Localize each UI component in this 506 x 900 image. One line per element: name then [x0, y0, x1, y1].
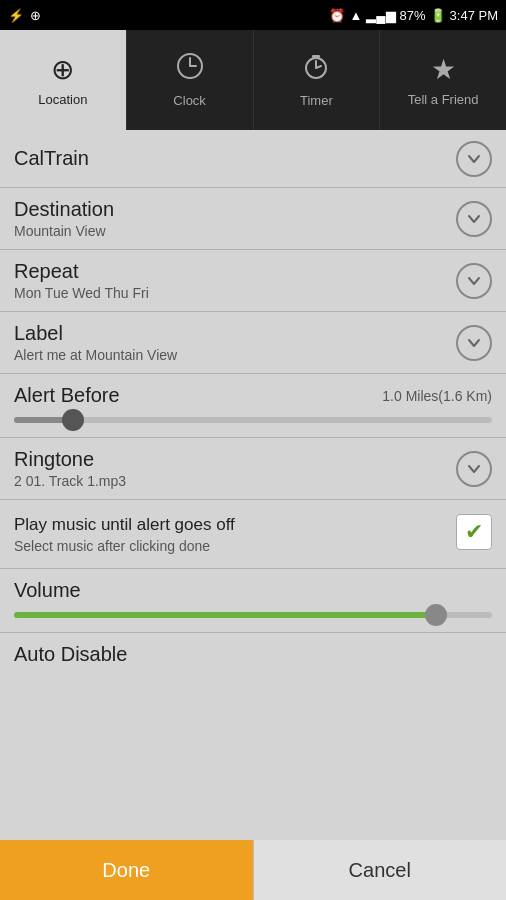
repeat-row[interactable]: Repeat Mon Tue Wed Thu Fri — [0, 250, 506, 312]
label-title: Label — [14, 322, 456, 345]
alert-before-title: Alert Before — [14, 384, 120, 407]
checkmark-icon: ✔ — [465, 519, 483, 545]
alert-before-value: 1.0 Miles(1.6 Km) — [382, 388, 492, 404]
auto-disable-row[interactable]: Auto Disable — [0, 633, 506, 676]
battery-percent: 87% — [400, 8, 426, 23]
repeat-title: Repeat — [14, 260, 456, 283]
ringtone-subtitle: 2 01. Track 1.mp3 — [14, 473, 456, 489]
ringtone-dropdown[interactable] — [456, 451, 492, 487]
status-left-icons: ⚡ ⊕ — [8, 8, 41, 23]
destination-content: Destination Mountain View — [14, 198, 456, 239]
done-button[interactable]: Done — [0, 840, 253, 900]
repeat-subtitle: Mon Tue Wed Thu Fri — [14, 285, 456, 301]
clock-tab-icon — [176, 52, 204, 87]
cancel-button[interactable]: Cancel — [253, 840, 507, 900]
alert-before-header: Alert Before 1.0 Miles(1.6 Km) — [14, 384, 492, 407]
volume-slider[interactable] — [14, 612, 492, 618]
alert-before-slider-thumb[interactable] — [62, 409, 84, 431]
battery-icon: 🔋 — [430, 8, 446, 23]
tab-location-label: Location — [38, 92, 87, 107]
play-music-content: Play music until alert goes off Select m… — [14, 514, 456, 554]
status-bar: ⚡ ⊕ ⏰ ▲ ▂▄▆ 87% 🔋 3:47 PM — [0, 0, 506, 30]
tab-tell-a-friend[interactable]: ★ Tell a Friend — [380, 30, 506, 130]
alert-before-slider[interactable] — [14, 417, 492, 423]
tab-timer[interactable]: Timer — [254, 30, 381, 130]
volume-row: Volume — [0, 569, 506, 633]
signal-bars: ▂▄▆ — [366, 8, 395, 23]
label-row[interactable]: Label Alert me at Mountain View — [0, 312, 506, 374]
tab-location[interactable]: ⊕ Location — [0, 30, 127, 130]
play-music-subtitle: Select music after clicking done — [14, 538, 456, 554]
source-dropdown[interactable] — [456, 141, 492, 177]
timer-tab-icon — [302, 52, 330, 87]
svg-rect-4 — [312, 55, 320, 58]
label-dropdown[interactable] — [456, 325, 492, 361]
destination-subtitle: Mountain View — [14, 223, 456, 239]
tab-clock-label: Clock — [173, 93, 206, 108]
alert-before-row: Alert Before 1.0 Miles(1.6 Km) — [0, 374, 506, 438]
repeat-content: Repeat Mon Tue Wed Thu Fri — [14, 260, 456, 301]
time-display: 3:47 PM — [450, 8, 498, 23]
volume-slider-fill — [14, 612, 435, 618]
label-content: Label Alert me at Mountain View — [14, 322, 456, 363]
tab-clock[interactable]: Clock — [127, 30, 254, 130]
bottom-bar: Done Cancel — [0, 840, 506, 900]
destination-title: Destination — [14, 198, 456, 221]
location-tab-icon: ⊕ — [51, 53, 74, 86]
ringtone-title: Ringtone — [14, 448, 456, 471]
destination-dropdown[interactable] — [456, 201, 492, 237]
play-music-row[interactable]: Play music until alert goes off Select m… — [0, 500, 506, 569]
wifi-icon: ▲ — [349, 8, 362, 23]
source-row[interactable]: CalTrain — [0, 130, 506, 188]
label-subtitle: Alert me at Mountain View — [14, 347, 456, 363]
volume-title: Volume — [14, 579, 492, 602]
play-music-title: Play music until alert goes off — [14, 514, 456, 536]
alarm-icon: ⏰ — [329, 8, 345, 23]
volume-slider-thumb[interactable] — [425, 604, 447, 626]
tab-tell-a-friend-label: Tell a Friend — [408, 92, 479, 107]
location-icon: ⊕ — [30, 8, 41, 23]
status-right: ⏰ ▲ ▂▄▆ 87% 🔋 3:47 PM — [329, 8, 498, 23]
destination-row[interactable]: Destination Mountain View — [0, 188, 506, 250]
star-tab-icon: ★ — [431, 53, 456, 86]
source-content: CalTrain — [14, 147, 456, 170]
tab-bar: ⊕ Location Clock Timer ★ Tell a Friend — [0, 30, 506, 130]
auto-disable-title: Auto Disable — [14, 643, 492, 666]
tab-timer-label: Timer — [300, 93, 333, 108]
ringtone-content: Ringtone 2 01. Track 1.mp3 — [14, 448, 456, 489]
play-music-checkbox[interactable]: ✔ — [456, 514, 492, 550]
usb-icon: ⚡ — [8, 8, 24, 23]
content-area: CalTrain Destination Mountain View Repea… — [0, 130, 506, 840]
repeat-dropdown[interactable] — [456, 263, 492, 299]
source-title: CalTrain — [14, 147, 456, 170]
ringtone-row[interactable]: Ringtone 2 01. Track 1.mp3 — [0, 438, 506, 500]
